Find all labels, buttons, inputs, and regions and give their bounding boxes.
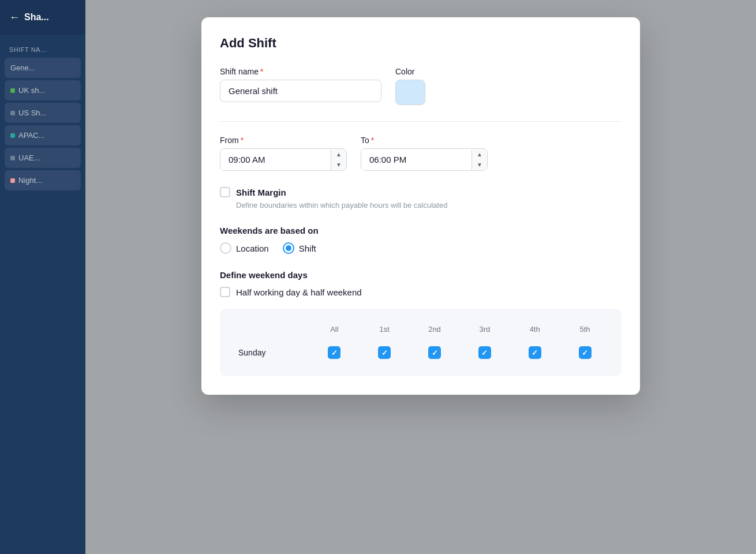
from-down-button[interactable]: ▼	[331, 160, 346, 170]
sunday-2nd-checkbox[interactable]	[428, 346, 441, 359]
to-up-button[interactable]: ▲	[472, 149, 487, 160]
sidebar: ← Sha... Shift na... Gene... UK sh... US…	[0, 0, 85, 554]
add-shift-modal: Add Shift Shift name * Color From *	[201, 17, 640, 395]
list-item-night[interactable]: Night...	[5, 170, 81, 190]
required-indicator: *	[260, 67, 263, 76]
location-radio[interactable]	[220, 242, 231, 254]
color-dot-uae	[10, 156, 15, 160]
list-item-label: US Sh...	[18, 108, 46, 117]
shift-radio-label: Shift	[299, 244, 316, 253]
list-item-uk[interactable]: UK sh...	[5, 80, 81, 100]
col-2nd: 2nd	[410, 320, 460, 338]
sunday-all-cell	[309, 338, 360, 365]
to-spinners: ▲ ▼	[471, 149, 487, 170]
list-item-apac[interactable]: APAC...	[5, 125, 81, 145]
color-dot-uk	[10, 88, 15, 93]
list-item-us[interactable]: US Sh...	[5, 103, 81, 123]
to-time-wrapper: ▲ ▼	[361, 148, 488, 171]
to-required: *	[371, 136, 374, 145]
define-weekend-label: Define weekend days	[220, 270, 622, 280]
color-dot-apac	[10, 133, 15, 138]
back-arrow-icon[interactable]: ←	[9, 12, 20, 24]
from-time-wrapper: ▲ ▼	[220, 148, 347, 171]
day-table: All 1st 2nd 3rd 4th 5th Sunday	[231, 320, 610, 365]
from-required: *	[241, 136, 244, 145]
col-1st: 1st	[360, 320, 410, 338]
weekends-label: Weekends are based on	[220, 226, 622, 235]
shift-margin-row: Shift Margin	[220, 187, 622, 197]
shift-name-input[interactable]	[220, 80, 381, 102]
col-3rd: 3rd	[459, 320, 510, 338]
sunday-4th-cell	[510, 338, 560, 365]
sunday-5th-checkbox[interactable]	[579, 346, 592, 359]
shift-margin-checkbox[interactable]	[220, 187, 230, 197]
location-label: Location	[236, 244, 269, 253]
sidebar-title: Sha...	[24, 12, 49, 23]
sunday-all-checkbox[interactable]	[328, 346, 340, 359]
shift-margin-section: Shift Margin Define boundaries within wh…	[220, 187, 622, 209]
from-to-row: From * ▲ ▼ To *	[220, 136, 622, 171]
list-item-label: Night...	[18, 176, 42, 185]
color-group: Color	[395, 67, 425, 105]
day-label: Sunday	[231, 338, 309, 365]
to-label: To *	[361, 136, 488, 145]
from-group: From * ▲ ▼	[220, 136, 347, 171]
list-item-general[interactable]: Gene...	[5, 58, 81, 78]
half-day-row: Half working day & half weekend	[220, 287, 622, 297]
sunday-5th-cell	[560, 338, 610, 365]
table-header-row: All 1st 2nd 3rd 4th 5th	[231, 320, 610, 338]
sidebar-header: ← Sha...	[0, 0, 85, 35]
sunday-2nd-cell	[410, 338, 460, 365]
table-row: Sunday	[231, 338, 610, 365]
list-header: Shift na...	[5, 42, 81, 58]
col-day	[231, 320, 309, 338]
sunday-3rd-checkbox[interactable]	[478, 346, 491, 359]
sunday-1st-cell	[360, 338, 410, 365]
col-4th: 4th	[510, 320, 560, 338]
location-radio-option[interactable]: Location	[220, 242, 269, 254]
half-day-label: Half working day & half weekend	[236, 287, 362, 297]
sunday-3rd-cell	[459, 338, 510, 365]
shift-list: Shift na... Gene... UK sh... US Sh... AP…	[0, 35, 85, 200]
from-label: From *	[220, 136, 347, 145]
color-label: Color	[395, 67, 425, 76]
shift-radio[interactable]	[283, 242, 294, 254]
modal-title: Add Shift	[220, 36, 622, 51]
from-time-input[interactable]	[220, 149, 331, 170]
shift-margin-description: Define boundaries within which payable h…	[236, 201, 622, 209]
weekends-section: Weekends are based on Location Shift	[220, 226, 622, 254]
col-all: All	[309, 320, 360, 338]
color-dot-us	[10, 111, 15, 115]
define-weekend-section: Define weekend days Half working day & h…	[220, 270, 622, 297]
to-time-input[interactable]	[361, 149, 471, 170]
shift-name-label: Shift name *	[220, 67, 381, 76]
sunday-4th-checkbox[interactable]	[529, 346, 541, 359]
from-spinners: ▲ ▼	[331, 149, 346, 170]
to-group: To * ▲ ▼	[361, 136, 488, 171]
shift-margin-label: Shift Margin	[236, 188, 286, 197]
half-day-checkbox[interactable]	[220, 287, 230, 297]
day-table-section: All 1st 2nd 3rd 4th 5th Sunday	[220, 309, 622, 376]
from-up-button[interactable]: ▲	[331, 149, 346, 160]
list-item-label: UAE...	[18, 154, 40, 162]
color-swatch[interactable]	[395, 80, 425, 105]
sunday-1st-checkbox[interactable]	[378, 346, 391, 359]
shift-radio-option[interactable]: Shift	[283, 242, 316, 254]
list-item-label: APAC...	[18, 131, 44, 140]
col-5th: 5th	[560, 320, 610, 338]
divider-1	[220, 121, 622, 122]
list-item-uae[interactable]: UAE...	[5, 148, 81, 168]
list-item-label: Gene...	[10, 63, 35, 72]
radio-group: Location Shift	[220, 242, 622, 254]
shift-name-color-row: Shift name * Color	[220, 67, 622, 105]
list-item-label: UK sh...	[18, 86, 45, 95]
color-dot-night	[10, 178, 15, 183]
to-down-button[interactable]: ▼	[472, 160, 487, 170]
modal-overlay: Add Shift Shift name * Color From *	[85, 0, 756, 554]
shift-name-group: Shift name *	[220, 67, 381, 102]
